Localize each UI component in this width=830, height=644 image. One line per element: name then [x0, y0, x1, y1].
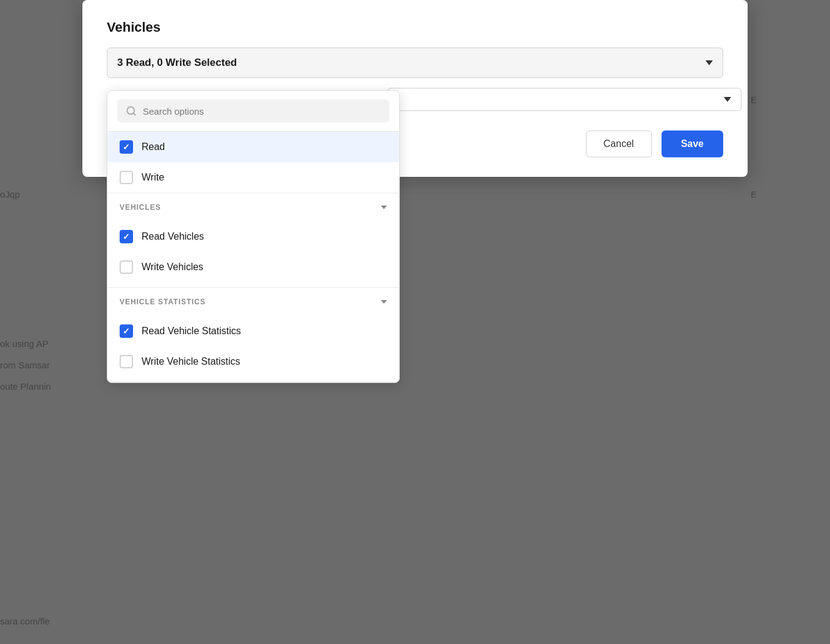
checkmark-read: ✓	[123, 143, 130, 151]
read-write-options: ✓ Read Write	[107, 132, 399, 193]
checkbox-read-vehicles[interactable]: ✓	[120, 230, 133, 243]
checkbox-read-vehicle-statistics[interactable]: ✓	[120, 324, 133, 338]
search-input-wrapper[interactable]	[117, 99, 389, 123]
dropdown-panel: ✓ Read Write VEHICLES ✓ Read Vehicles	[107, 90, 400, 383]
option-write[interactable]: Write	[107, 162, 399, 193]
option-read-vehicle-statistics-label: Read Vehicle Statistics	[142, 326, 241, 337]
bg-text-6: E	[751, 95, 757, 105]
bg-text-4: oute Plannin	[0, 381, 51, 392]
vehicles-category: VEHICLES ✓ Read Vehicles Write Vehicles	[107, 193, 399, 288]
option-write-vehicle-statistics[interactable]: Write Vehicle Statistics	[107, 346, 399, 377]
option-read[interactable]: ✓ Read	[107, 132, 399, 162]
modal-dialog: Vehicles 3 Read, 0 Write Selected ✓ Read	[82, 0, 748, 177]
vehicles-category-items: ✓ Read Vehicles Write Vehicles	[107, 219, 399, 287]
checkbox-write-vehicle-statistics[interactable]	[120, 355, 133, 368]
bg-text-2: ok using AP	[0, 338, 48, 349]
bg-text-7: E	[751, 189, 757, 199]
second-dropdown[interactable]	[388, 88, 742, 111]
checkbox-write[interactable]	[120, 171, 133, 184]
search-icon	[126, 106, 137, 116]
option-read-vehicle-statistics[interactable]: ✓ Read Vehicle Statistics	[107, 316, 399, 346]
checkbox-read[interactable]: ✓	[120, 140, 133, 154]
vehicles-chevron-icon	[381, 206, 387, 209]
bg-text-5: sara.com/fle	[0, 616, 50, 626]
dropdown-label: 3 Read, 0 Write Selected	[117, 57, 237, 69]
vehicle-statistics-category-header[interactable]: VEHICLE STATISTICS	[107, 288, 399, 313]
checkbox-write-vehicles[interactable]	[120, 260, 133, 274]
checkmark-read-vehicle-statistics: ✓	[123, 327, 130, 335]
option-read-vehicles[interactable]: ✓ Read Vehicles	[107, 221, 399, 252]
vehicle-statistics-chevron-icon	[381, 300, 387, 304]
option-write-vehicles[interactable]: Write Vehicles	[107, 252, 399, 282]
vehicle-statistics-category: VEHICLE STATISTICS ✓ Read Vehicle Statis…	[107, 288, 399, 382]
option-read-label: Read	[142, 141, 165, 152]
save-button[interactable]: Save	[662, 131, 723, 157]
vehicles-category-title: VEHICLES	[120, 203, 161, 212]
modal-title: Vehicles	[107, 20, 723, 35]
dropdown-arrow-icon	[706, 60, 713, 65]
vehicle-statistics-category-items: ✓ Read Vehicle Statistics Write Vehicle …	[107, 313, 399, 382]
option-read-vehicles-label: Read Vehicles	[142, 231, 204, 242]
vehicles-category-header[interactable]: VEHICLES	[107, 193, 399, 219]
bg-text-1: oJqp	[0, 189, 20, 199]
second-dropdown-arrow-icon	[724, 97, 731, 102]
option-write-label: Write	[142, 172, 164, 183]
checkmark-read-vehicles: ✓	[123, 232, 130, 241]
option-write-vehicles-label: Write Vehicles	[142, 262, 203, 273]
bg-text-3: rom Samsar	[0, 360, 50, 370]
search-box	[107, 91, 399, 132]
cancel-button[interactable]: Cancel	[586, 131, 652, 157]
vehicles-dropdown[interactable]: 3 Read, 0 Write Selected	[107, 48, 723, 78]
option-write-vehicle-statistics-label: Write Vehicle Statistics	[142, 356, 240, 367]
svg-line-1	[133, 113, 135, 115]
search-input[interactable]	[143, 106, 381, 116]
vehicle-statistics-category-title: VEHICLE STATISTICS	[120, 298, 206, 306]
